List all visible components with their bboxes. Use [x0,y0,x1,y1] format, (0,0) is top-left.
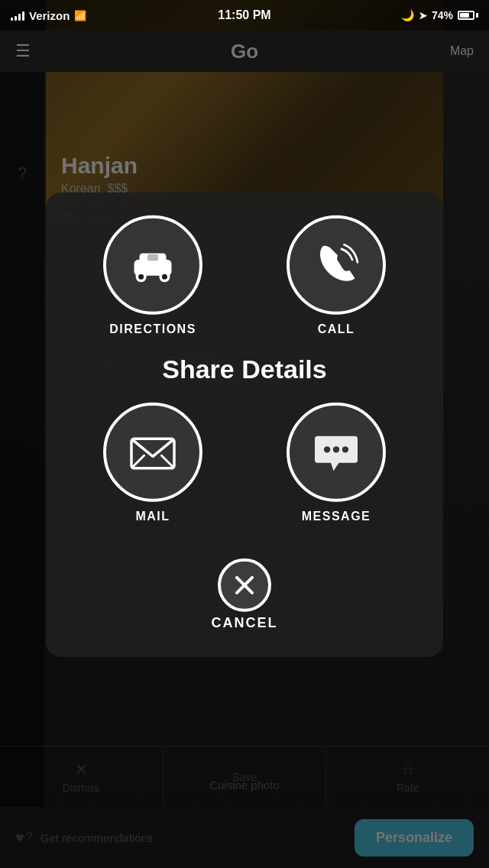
message-icon [309,426,363,479]
call-circle[interactable] [287,215,386,315]
signal-bar-4 [22,11,24,21]
cancel-x-icon [231,572,258,599]
cancel-button[interactable]: CANCEL [61,548,428,642]
signal-bar-3 [18,14,21,21]
cancel-circle[interactable] [218,559,271,612]
battery-indicator [458,11,478,20]
location-icon: ➤ [419,10,427,21]
svg-point-5 [162,274,167,280]
directions-action[interactable]: DIRECTIONS [103,215,202,336]
status-right: 🌙 ➤ 74% [401,9,478,21]
carrier-label: Verizon [29,9,70,22]
status-bar: Verizon 📶 11:50 PM 🌙 ➤ 74% [0,0,489,31]
share-details-modal: DIRECTIONS CALL Share Details [46,193,443,657]
battery-percent: 74% [432,9,453,21]
call-label: CALL [318,322,355,336]
svg-line-8 [131,455,145,468]
directions-label: DIRECTIONS [109,322,196,336]
svg-point-11 [333,446,339,452]
svg-point-12 [342,446,348,452]
modal-title: Share Details [162,355,326,384]
moon-icon: 🌙 [401,9,414,21]
wifi-icon: 📶 [74,10,86,21]
call-action[interactable]: CALL [287,215,386,336]
directions-circle[interactable] [103,215,202,315]
status-time: 11:50 PM [218,8,270,22]
cancel-label: CANCEL [212,615,278,630]
message-circle[interactable] [287,403,386,502]
modal-top-row: DIRECTIONS CALL [61,215,428,336]
modal-share-row: MAIL MESSAGE [61,403,428,523]
mail-circle[interactable] [103,403,202,502]
battery-fill [460,13,469,18]
battery-body [458,11,474,20]
signal-bar-2 [15,16,17,21]
svg-rect-6 [147,254,158,261]
svg-line-9 [161,455,175,468]
message-action[interactable]: MESSAGE [287,403,386,523]
message-label: MESSAGE [302,510,371,523]
signal-bar-1 [11,18,13,21]
svg-point-10 [324,446,330,452]
svg-point-3 [138,274,144,280]
battery-tip [476,13,478,18]
status-left: Verizon 📶 [11,9,86,22]
directions-icon [126,238,180,292]
call-icon [309,238,363,292]
mail-label: MAIL [135,510,170,523]
mail-icon [126,426,180,479]
mail-action[interactable]: MAIL [103,403,202,523]
signal-bars [11,10,24,21]
